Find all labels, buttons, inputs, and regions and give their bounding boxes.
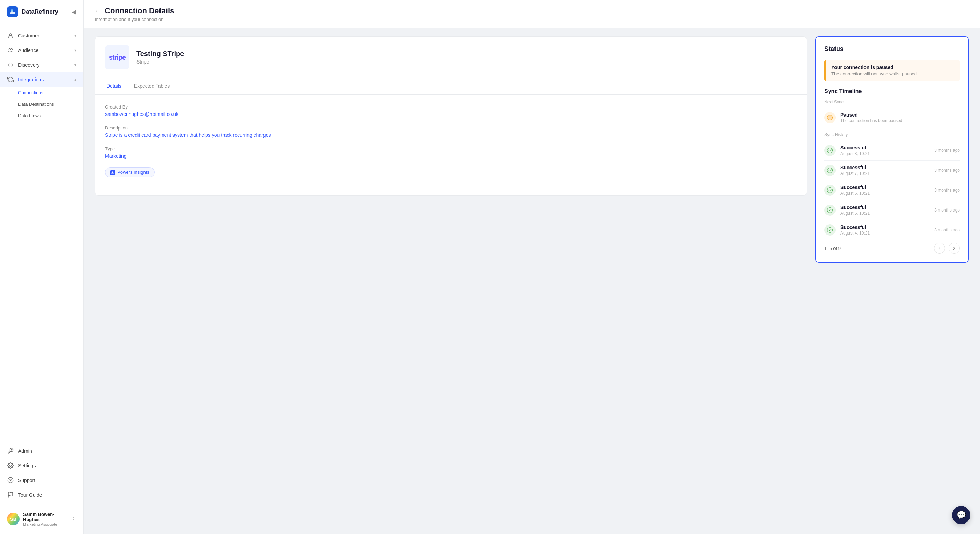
pagination-label: 1–5 of 9: [824, 246, 931, 251]
svg-point-14: [830, 116, 830, 117]
paused-sync-info: Paused The connection has been paused: [840, 112, 960, 123]
sidebar-item-admin[interactable]: Admin: [0, 443, 83, 458]
sidebar-item-data-destinations[interactable]: Data Destinations: [18, 99, 83, 110]
sync-history-status-3: Successful: [840, 205, 929, 210]
pagination-next-button[interactable]: ›: [948, 243, 960, 254]
avatar: SB: [7, 513, 19, 525]
description-label: Description: [105, 125, 797, 130]
sync-history-label: Sync History: [824, 132, 960, 137]
sync-history-time-2: 3 months ago: [934, 188, 960, 193]
sync-history-time-0: 3 months ago: [934, 148, 960, 153]
sync-history-date-2: August 6, 10:21: [840, 191, 929, 196]
sidebar-collapse-button[interactable]: ◀: [72, 8, 76, 16]
app-name: DataRefinery: [22, 8, 58, 15]
sync-history-info-1: Successful August 7, 10:21: [840, 165, 929, 176]
sync-timeline-title: Sync Timeline: [824, 88, 960, 95]
paused-sync-status: Paused: [840, 112, 960, 118]
sync-history-item-4: Successful August 4, 10:21 3 months ago: [824, 220, 960, 240]
success-icon-0: [824, 145, 835, 156]
details-content: Created By sambowenhughes@hotmail.co.uk …: [95, 95, 807, 195]
audience-chevron-icon: ▾: [74, 48, 76, 53]
chat-bubble-icon: 💬: [957, 511, 966, 520]
powers-insights-badge[interactable]: Powers Insights: [105, 167, 154, 177]
integrations-nav-label: Integrations: [18, 77, 70, 83]
svg-point-6: [10, 465, 11, 467]
success-icon-2: [824, 184, 835, 196]
sidebar: DataRefinery ◀ Customer ▾ Audience ▾ Dis…: [0, 0, 84, 534]
customer-chevron-icon: ▾: [74, 33, 76, 38]
sync-history-info-3: Successful August 5, 10:21: [840, 205, 929, 216]
support-nav-label: Support: [18, 477, 76, 483]
question-icon: [7, 477, 14, 484]
type-value: Marketing: [105, 153, 797, 159]
status-panel: Status Your connection is paused The con…: [815, 36, 969, 263]
sync-history-date-1: August 7, 10:21: [840, 171, 929, 176]
sync-history-item-3: Successful August 5, 10:21 3 months ago: [824, 200, 960, 220]
sidebar-item-integrations[interactable]: Integrations ▴: [0, 72, 83, 87]
connection-name: Testing STripe: [137, 50, 184, 58]
pause-alert-more-button[interactable]: ⋮: [948, 65, 954, 72]
tab-expected-tables[interactable]: Expected Tables: [133, 78, 171, 94]
main-nav: Customer ▾ Audience ▾ Discovery ▾ Integr…: [0, 24, 83, 433]
chat-bubble[interactable]: 💬: [952, 506, 970, 524]
type-label: Type: [105, 146, 797, 151]
sync-item-paused: Paused The connection has been paused: [824, 108, 960, 127]
pagination-prev-button[interactable]: ‹: [934, 243, 945, 254]
sync-history-status-4: Successful: [840, 224, 929, 230]
sync-icon: [7, 76, 14, 83]
user-info: Samm Bowen-Hughes Marketing Associate: [23, 512, 67, 526]
page-subtitle: Information about your connection: [95, 17, 969, 22]
pause-alert: Your connection is paused The connection…: [824, 60, 960, 81]
sidebar-item-settings[interactable]: Settings: [0, 458, 83, 473]
user-section[interactable]: SB Samm Bowen-Hughes Marketing Associate…: [0, 508, 83, 530]
pause-alert-text: Your connection is paused The connection…: [831, 65, 917, 76]
description-row: Description Stripe is a credit card paym…: [105, 125, 797, 138]
sidebar-item-discovery[interactable]: Discovery ▾: [0, 57, 83, 72]
sidebar-item-support[interactable]: Support: [0, 473, 83, 488]
integrations-sub-nav: Connections Data Destinations Data Flows: [0, 87, 83, 121]
user-role: Marketing Associate: [23, 522, 67, 526]
page-title: Connection Details: [105, 6, 174, 15]
sidebar-item-connections[interactable]: Connections: [18, 87, 83, 99]
description-value: Stripe is a credit card payment system t…: [105, 132, 797, 138]
main-content: ← Connection Details Information about y…: [84, 0, 980, 534]
code-icon: [7, 62, 14, 68]
back-row: ← Connection Details: [95, 6, 969, 15]
sidebar-bottom: Admin Settings Support Tour Guide SB: [0, 439, 83, 534]
sidebar-item-audience[interactable]: Audience ▾: [0, 43, 83, 57]
success-icon-4: [824, 224, 835, 235]
person-icon: [7, 32, 14, 39]
sync-history-date-3: August 5, 10:21: [840, 211, 929, 216]
type-row: Type Marketing: [105, 146, 797, 159]
integrations-chevron-icon: ▴: [74, 77, 76, 82]
created-by-value: sambowenhughes@hotmail.co.uk: [105, 111, 797, 117]
discovery-nav-label: Discovery: [18, 62, 70, 68]
page-header: ← Connection Details Information about y…: [84, 0, 980, 28]
sync-history-info-0: Successful August 8, 10:21: [840, 145, 929, 156]
back-button[interactable]: ←: [95, 7, 101, 15]
sync-history-status-0: Successful: [840, 145, 929, 151]
created-by-row: Created By sambowenhughes@hotmail.co.uk: [105, 104, 797, 117]
sync-timeline: Sync Timeline Next Sync Paused The conne…: [824, 88, 960, 254]
user-more-icon[interactable]: ⋮: [71, 516, 76, 523]
customer-nav-label: Customer: [18, 33, 70, 38]
sync-history-item-0: Successful August 8, 10:21 3 months ago: [824, 141, 960, 161]
created-by-label: Created By: [105, 104, 797, 110]
powers-row: Powers Insights: [105, 167, 797, 177]
tour-guide-nav-label: Tour Guide: [18, 492, 76, 498]
success-icon-3: [824, 205, 835, 216]
sidebar-item-customer[interactable]: Customer ▾: [0, 28, 83, 43]
sync-history-time-4: 3 months ago: [934, 227, 960, 232]
sync-history-time-3: 3 months ago: [934, 208, 960, 213]
stripe-logo-text: stripe: [109, 53, 126, 62]
sidebar-item-tour-guide[interactable]: Tour Guide: [0, 488, 83, 502]
sidebar-item-data-flows[interactable]: Data Flows: [18, 110, 83, 121]
sync-history-item-2: Successful August 6, 10:21 3 months ago: [824, 180, 960, 200]
sync-history-time-1: 3 months ago: [934, 168, 960, 173]
tab-details[interactable]: Details: [105, 78, 123, 94]
content-area: stripe Testing STripe Stripe Details Exp…: [84, 28, 980, 534]
user-name: Samm Bowen-Hughes: [23, 512, 67, 522]
success-icon-1: [824, 165, 835, 176]
sync-history-info-4: Successful August 4, 10:21: [840, 224, 929, 235]
paused-icon: [824, 112, 835, 123]
